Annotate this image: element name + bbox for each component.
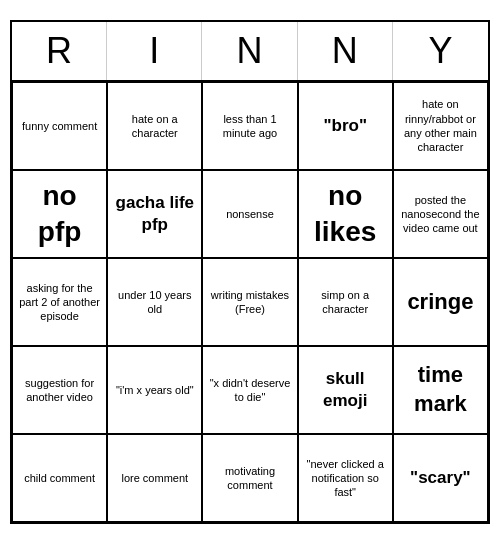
bingo-cell-8: no likes xyxy=(298,170,393,258)
header-letter-i: I xyxy=(107,22,202,80)
bingo-cell-14: cringe xyxy=(393,258,488,346)
bingo-cell-12: writing mistakes (Free) xyxy=(202,258,297,346)
bingo-cell-3: "bro" xyxy=(298,82,393,170)
bingo-cell-18: skull emoji xyxy=(298,346,393,434)
bingo-cell-4: hate on rinny/rabbot or any other main c… xyxy=(393,82,488,170)
bingo-cell-11: under 10 years old xyxy=(107,258,202,346)
bingo-header: RINNY xyxy=(12,22,488,82)
bingo-cell-2: less than 1 minute ago xyxy=(202,82,297,170)
bingo-cell-1: hate on a character xyxy=(107,82,202,170)
header-letter-n: N xyxy=(298,22,393,80)
bingo-cell-0: funny comment xyxy=(12,82,107,170)
header-letter-n: N xyxy=(202,22,297,80)
bingo-cell-16: "i'm x years old" xyxy=(107,346,202,434)
bingo-cell-5: no pfp xyxy=(12,170,107,258)
bingo-cell-17: "x didn't deserve to die" xyxy=(202,346,297,434)
bingo-cell-6: gacha life pfp xyxy=(107,170,202,258)
bingo-cell-15: suggestion for another video xyxy=(12,346,107,434)
bingo-cell-9: posted the nanosecond the video came out xyxy=(393,170,488,258)
bingo-cell-19: time mark xyxy=(393,346,488,434)
bingo-cell-20: child comment xyxy=(12,434,107,522)
bingo-cell-23: "never clicked a notification so fast" xyxy=(298,434,393,522)
bingo-cell-7: nonsense xyxy=(202,170,297,258)
bingo-cell-24: "scary" xyxy=(393,434,488,522)
bingo-cell-13: simp on a character xyxy=(298,258,393,346)
bingo-cell-22: motivating comment xyxy=(202,434,297,522)
header-letter-y: Y xyxy=(393,22,488,80)
bingo-card: RINNY funny commenthate on a characterle… xyxy=(10,20,490,524)
bingo-cell-21: lore comment xyxy=(107,434,202,522)
header-letter-r: R xyxy=(12,22,107,80)
bingo-cell-10: asking for the part 2 of another episode xyxy=(12,258,107,346)
bingo-grid: funny commenthate on a characterless tha… xyxy=(12,82,488,522)
